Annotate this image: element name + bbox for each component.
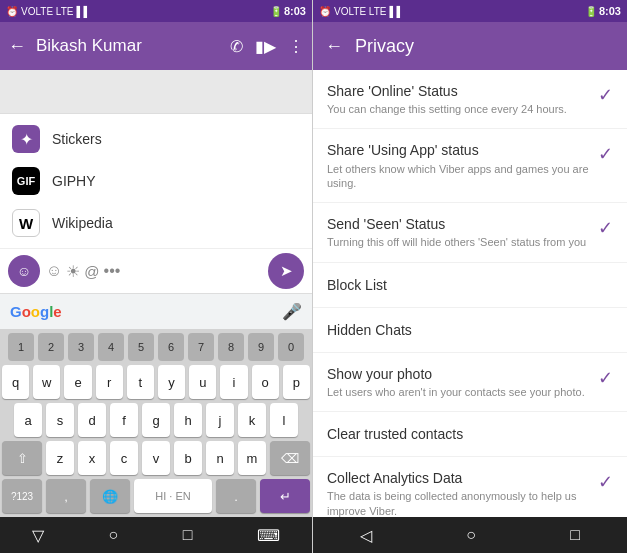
app-suggestions: ✦ Stickers GIF GIPHY W Wikipedia (0, 113, 312, 248)
keyboard: 1 2 3 4 5 6 7 8 9 0 q w e r t y u i o p … (0, 329, 312, 517)
space-key[interactable]: HI · EN (134, 479, 212, 513)
send-button[interactable]: ➤ (268, 253, 304, 289)
key-n[interactable]: n (206, 441, 234, 475)
symbols-key[interactable]: ?123 (2, 479, 42, 513)
key-3[interactable]: 3 (68, 333, 94, 361)
settings-list: Share 'Online' Status You can change thi… (313, 70, 627, 517)
key-7[interactable]: 7 (188, 333, 214, 361)
setting-desc-share-online: You can change this setting once every 2… (327, 102, 590, 116)
right-time: 8:03 (599, 5, 621, 17)
key-u[interactable]: u (189, 365, 216, 399)
key-x[interactable]: x (78, 441, 106, 475)
left-back-button[interactable]: ← (8, 36, 26, 57)
app-item-stickers[interactable]: ✦ Stickers (0, 118, 312, 160)
app-item-wikipedia[interactable]: W Wikipedia (0, 202, 312, 244)
key-v[interactable]: v (142, 441, 170, 475)
key-e[interactable]: e (64, 365, 91, 399)
stickers-label: Stickers (52, 131, 102, 147)
right-back-button[interactable]: ← (325, 36, 343, 57)
right-status-bar: ⏰ VOLTE LTE ▌▌ 🔋 8:03 (313, 0, 627, 22)
key-w[interactable]: w (33, 365, 60, 399)
setting-desc-show-photo: Let users who aren't in your contacts se… (327, 385, 590, 399)
right-status-icons: ⏰ VOLTE LTE ▌▌ (319, 6, 404, 17)
left-status-icons: ⏰ VOLTE LTE ▌▌ (6, 6, 91, 17)
voice-call-icon[interactable]: ✆ (230, 37, 243, 56)
nav-recent-icon[interactable]: □ (183, 526, 193, 544)
key-5[interactable]: 5 (128, 333, 154, 361)
enter-key[interactable]: ↵ (260, 479, 310, 513)
alarm-icon: ⏰ (6, 6, 18, 17)
check-icon-share-using-app: ✓ (598, 143, 613, 165)
key-1[interactable]: 1 (8, 333, 34, 361)
key-s[interactable]: s (46, 403, 74, 437)
setting-desc-share-using-app: Let others know which Viber apps and gam… (327, 162, 590, 191)
right-nav-home-icon[interactable]: ○ (466, 526, 476, 544)
key-h[interactable]: h (174, 403, 202, 437)
key-t[interactable]: t (127, 365, 154, 399)
app-item-giphy[interactable]: GIF GIPHY (0, 160, 312, 202)
camera-icon[interactable]: ☀ (66, 262, 80, 281)
setting-text-share-online: Share 'Online' Status You can change thi… (327, 82, 598, 116)
video-call-icon[interactable]: ▮▶ (255, 37, 276, 56)
giphy-icon: GIF (12, 167, 40, 195)
key-m[interactable]: m (238, 441, 266, 475)
right-nav-recent-icon[interactable]: □ (570, 526, 580, 544)
shift-key[interactable]: ⇧ (2, 441, 42, 475)
setting-clear-trusted-contacts[interactable]: Clear trusted contacts (313, 412, 627, 457)
comma-key[interactable]: , (46, 479, 86, 513)
setting-collect-analytics[interactable]: Collect Analytics Data The data is being… (313, 457, 627, 517)
key-f[interactable]: f (110, 403, 138, 437)
key-l[interactable]: l (270, 403, 298, 437)
key-2[interactable]: 2 (38, 333, 64, 361)
keyboard-row-1: q w e r t y u i o p (2, 365, 310, 399)
setting-hidden-chats[interactable]: Hidden Chats (313, 308, 627, 353)
key-r[interactable]: r (96, 365, 123, 399)
key-o[interactable]: o (252, 365, 279, 399)
signal-icon: ▌▌ (76, 6, 90, 17)
key-k[interactable]: k (238, 403, 266, 437)
key-b[interactable]: b (174, 441, 202, 475)
globe-key[interactable]: 🌐 (90, 479, 130, 513)
key-y[interactable]: y (158, 365, 185, 399)
key-q[interactable]: q (2, 365, 29, 399)
right-volte-label: VOLTE LTE (334, 6, 386, 17)
emoji-icon[interactable]: ☺ (46, 262, 62, 280)
right-nav-back-icon[interactable]: ◁ (360, 526, 372, 545)
delete-key[interactable]: ⌫ (270, 441, 310, 475)
nav-keyboard-icon[interactable]: ⌨ (257, 526, 280, 545)
setting-share-online-status[interactable]: Share 'Online' Status You can change thi… (313, 70, 627, 129)
key-i[interactable]: i (220, 365, 247, 399)
right-battery-icon: 🔋 (585, 6, 597, 17)
key-p[interactable]: p (283, 365, 310, 399)
setting-text-share-using-app: Share 'Using App' status Let others know… (327, 141, 598, 190)
google-bar: Google 🎤 (0, 293, 312, 329)
key-0[interactable]: 0 (278, 333, 304, 361)
check-icon-share-online: ✓ (598, 84, 613, 106)
more-menu-icon[interactable]: ⋮ (288, 37, 304, 56)
volte-label: VOLTE LTE (21, 6, 73, 17)
key-6[interactable]: 6 (158, 333, 184, 361)
key-4[interactable]: 4 (98, 333, 124, 361)
setting-share-using-app[interactable]: Share 'Using App' status Let others know… (313, 129, 627, 203)
at-mention-icon[interactable]: @ (84, 263, 99, 280)
check-icon-analytics: ✓ (598, 471, 613, 493)
nav-home-icon[interactable]: ○ (109, 526, 119, 544)
nav-back-icon[interactable]: ▽ (32, 526, 44, 545)
keyboard-bottom-row: ?123 , 🌐 HI · EN . ↵ (2, 479, 310, 513)
mic-icon[interactable]: 🎤 (282, 302, 302, 321)
right-panel: ⏰ VOLTE LTE ▌▌ 🔋 8:03 ← Privacy Share 'O… (313, 0, 627, 553)
more-input-icon[interactable]: ••• (104, 262, 121, 280)
key-z[interactable]: z (46, 441, 74, 475)
key-9[interactable]: 9 (248, 333, 274, 361)
setting-block-list[interactable]: Block List (313, 263, 627, 308)
key-j[interactable]: j (206, 403, 234, 437)
key-c[interactable]: c (110, 441, 138, 475)
setting-send-seen-status[interactable]: Send 'Seen' Status Turning this off will… (313, 203, 627, 262)
key-8[interactable]: 8 (218, 333, 244, 361)
setting-show-photo[interactable]: Show your photo Let users who aren't in … (313, 353, 627, 412)
key-a[interactable]: a (14, 403, 42, 437)
period-key[interactable]: . (216, 479, 256, 513)
key-d[interactable]: d (78, 403, 106, 437)
battery-icon: 🔋 (270, 6, 282, 17)
key-g[interactable]: g (142, 403, 170, 437)
